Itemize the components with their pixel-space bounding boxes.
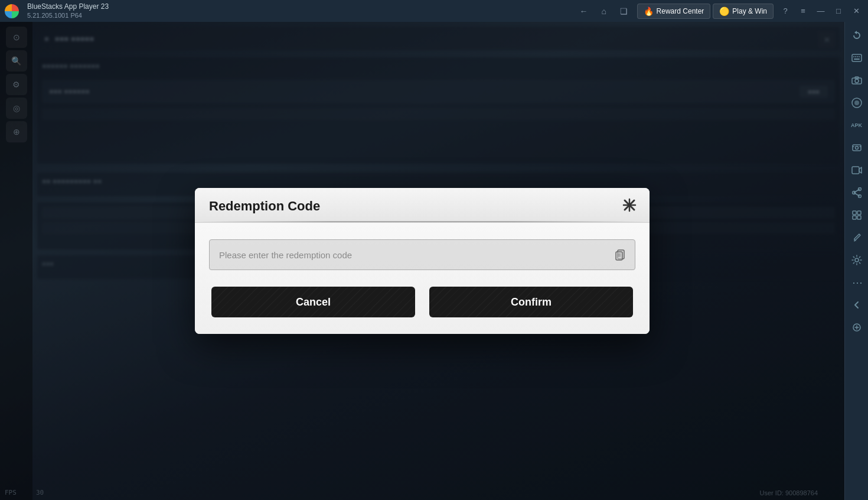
titlebar: BlueStacks App Player 23 5.21.205.1001 P… <box>0 0 868 22</box>
svg-rect-19 <box>853 145 861 151</box>
play-win-button[interactable]: 🟡 Play & Win <box>713 4 774 19</box>
confirm-button[interactable]: Confirm <box>429 287 633 317</box>
help-button[interactable]: ? <box>777 3 794 20</box>
paste-icon[interactable] <box>612 246 628 263</box>
share-button[interactable] <box>846 182 867 203</box>
dialog-close-button[interactable] <box>620 196 639 215</box>
right-sidebar: APK ⋯ <box>844 22 868 500</box>
modal-overlay: Redemption Code <box>0 22 844 500</box>
svg-rect-21 <box>852 167 859 174</box>
layout-button[interactable] <box>846 204 867 226</box>
collapse-sidebar-button[interactable] <box>846 294 867 316</box>
brush-button[interactable] <box>846 227 867 248</box>
maximize-button[interactable]: □ <box>830 3 847 20</box>
dialog-header: Redemption Code <box>195 188 650 223</box>
close-button[interactable]: ✕ <box>848 3 864 20</box>
svg-rect-28 <box>857 211 861 215</box>
game-area: ⊙ 🔍 ⚙ ◎ ⊕ ■ ■■■ ■■■■■ ✕ ■■■■■■ ■■■■■■■ ■… <box>0 22 844 500</box>
keyboard-button[interactable] <box>846 47 867 69</box>
app-name: BlueStacks App Player 23 <box>27 2 567 12</box>
code-input-wrapper <box>209 239 635 270</box>
titlebar-nav: ← ⌂ ❏ <box>571 3 637 20</box>
expand-button[interactable] <box>846 317 867 338</box>
dialog-buttons: Cancel Confirm <box>209 287 635 317</box>
svg-point-15 <box>855 79 859 83</box>
svg-rect-29 <box>853 216 856 219</box>
svg-line-26 <box>854 193 860 196</box>
record-button[interactable] <box>846 92 867 113</box>
dialog-title: Redemption Code <box>209 199 320 213</box>
cancel-button[interactable]: Cancel <box>211 287 415 317</box>
video-button[interactable] <box>846 160 867 181</box>
svg-line-25 <box>854 189 860 193</box>
screenshot-button[interactable] <box>846 137 867 158</box>
multi-button[interactable]: ❏ <box>616 3 632 20</box>
svg-rect-30 <box>857 216 861 219</box>
close-x-icon <box>621 197 638 213</box>
camera-button[interactable] <box>846 70 867 91</box>
cancel-label: Cancel <box>296 296 331 308</box>
fire-icon: 🔥 <box>644 7 654 16</box>
minimize-button[interactable]: — <box>812 3 829 20</box>
rotate-button[interactable] <box>846 25 867 46</box>
redemption-code-input[interactable] <box>209 239 635 270</box>
bluestacks-logo <box>5 4 19 18</box>
menu-button[interactable]: ≡ <box>795 3 811 20</box>
svg-point-31 <box>855 258 859 262</box>
svg-point-20 <box>855 147 858 150</box>
dialog-body: Cancel Confirm <box>195 223 650 334</box>
app-info: BlueStacks App Player 23 5.21.205.1001 P… <box>24 2 571 20</box>
confirm-label: Confirm <box>511 296 552 308</box>
reward-center-button[interactable]: 🔥 Reward Center <box>637 4 711 19</box>
back-button[interactable]: ← <box>576 3 592 20</box>
play-win-label: Play & Win <box>732 7 767 15</box>
app-version: 5.21.205.1001 P64 <box>27 11 567 20</box>
settings-button[interactable] <box>846 249 867 271</box>
coin-icon: 🟡 <box>719 7 729 16</box>
clipboard-icon <box>614 248 626 261</box>
home-button[interactable]: ⌂ <box>596 3 612 20</box>
redemption-dialog: Redemption Code <box>195 188 650 334</box>
titlebar-right: ? ≡ — □ ✕ <box>774 3 868 20</box>
svg-rect-27 <box>853 211 856 215</box>
svg-rect-8 <box>852 54 862 61</box>
reward-center-label: Reward Center <box>657 7 704 15</box>
titlebar-center-buttons: 🔥 Reward Center 🟡 Play & Win <box>637 4 774 19</box>
apk-button[interactable]: APK <box>846 115 867 136</box>
more-button[interactable]: ⋯ <box>846 272 867 293</box>
svg-point-18 <box>854 100 859 105</box>
app-icon <box>0 0 24 22</box>
